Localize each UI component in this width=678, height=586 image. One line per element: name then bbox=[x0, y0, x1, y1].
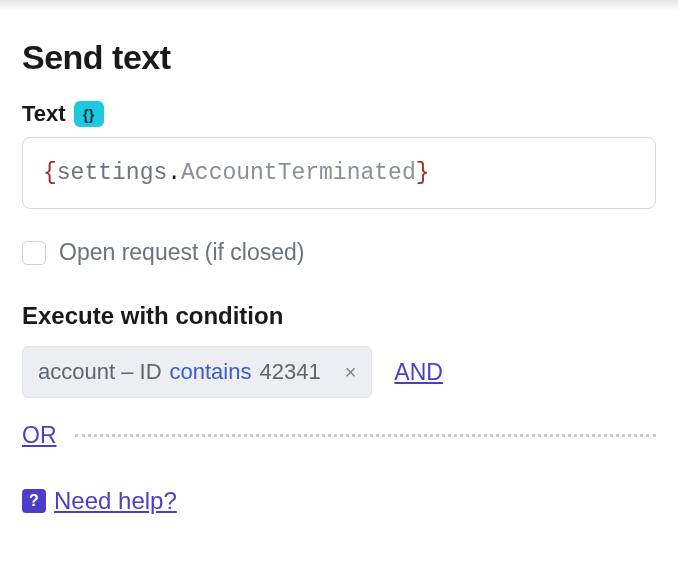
text-label-row: Text {} bbox=[22, 101, 656, 127]
text-input[interactable]: {settings.AccountTerminated} bbox=[22, 137, 656, 209]
help-row: ? Need help? bbox=[22, 487, 656, 515]
top-shadow bbox=[0, 0, 678, 10]
condition-value: 42341 bbox=[259, 359, 320, 385]
braces-icon[interactable]: {} bbox=[74, 101, 104, 127]
expr-dot: . bbox=[167, 160, 181, 186]
need-help-link[interactable]: Need help? bbox=[54, 487, 177, 515]
or-row: OR bbox=[22, 422, 656, 449]
page-title: Send text bbox=[22, 38, 656, 77]
condition-section-title: Execute with condition bbox=[22, 302, 656, 330]
expr-open-brace: { bbox=[43, 160, 57, 186]
and-button[interactable]: AND bbox=[394, 359, 443, 386]
panel: Send text Text {} {settings.AccountTermi… bbox=[0, 10, 678, 543]
expr-close-brace: } bbox=[416, 160, 430, 186]
expr-settings-token: settings bbox=[57, 160, 167, 186]
or-button[interactable]: OR bbox=[22, 422, 57, 449]
condition-subject: account – ID bbox=[38, 359, 162, 385]
condition-row: account – ID contains 42341 × AND bbox=[22, 346, 656, 398]
dotted-separator bbox=[75, 434, 657, 437]
expr-field-token: AccountTerminated bbox=[181, 160, 416, 186]
text-label: Text bbox=[22, 101, 66, 127]
open-request-label: Open request (if closed) bbox=[59, 239, 304, 266]
condition-chip[interactable]: account – ID contains 42341 × bbox=[22, 346, 372, 398]
help-icon: ? bbox=[22, 489, 46, 513]
open-request-row: Open request (if closed) bbox=[22, 239, 656, 266]
open-request-checkbox[interactable] bbox=[22, 241, 46, 265]
close-icon[interactable]: × bbox=[345, 362, 357, 382]
condition-operator: contains bbox=[170, 359, 252, 385]
